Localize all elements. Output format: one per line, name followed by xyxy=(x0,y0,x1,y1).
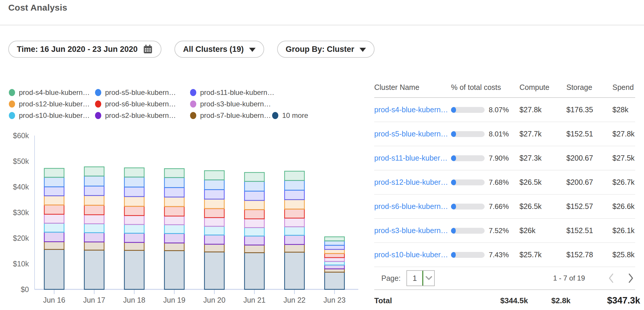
bar-segment[interactable] xyxy=(44,232,64,242)
bar-segment[interactable] xyxy=(124,197,144,206)
bar-segment[interactable] xyxy=(84,196,104,205)
bar-segment[interactable] xyxy=(205,171,224,180)
legend-item[interactable]: prod-s12-blue-kuber… xyxy=(9,100,95,108)
bar-segment[interactable] xyxy=(245,253,264,289)
bar-segment[interactable] xyxy=(84,242,104,250)
bar-segment[interactable] xyxy=(84,215,104,224)
cluster-name-link[interactable]: prod-s3-blue-kubern… xyxy=(374,226,451,235)
bar-segment[interactable] xyxy=(124,215,144,224)
legend-item[interactable]: prod-s3-blue-kubern… xyxy=(190,100,272,108)
bar-segment[interactable] xyxy=(245,191,264,200)
legend-item[interactable]: prod-s11-blue-kubern… xyxy=(190,88,272,97)
bar-segment[interactable] xyxy=(164,169,184,177)
bar-segment[interactable] xyxy=(44,223,64,232)
bar-segment[interactable] xyxy=(124,187,144,197)
bar-segment[interactable] xyxy=(325,249,344,253)
bar-segment[interactable] xyxy=(164,216,184,225)
bar-segment[interactable] xyxy=(205,190,224,199)
group-by-filter[interactable]: Group By: Cluster xyxy=(277,41,375,58)
bar-segment[interactable] xyxy=(325,241,344,245)
bar-segment[interactable] xyxy=(84,250,104,289)
bar-segment[interactable] xyxy=(164,243,184,251)
bar-segment[interactable] xyxy=(245,210,264,219)
bar-segment[interactable] xyxy=(205,244,224,252)
legend-item[interactable]: prod-s10-blue-kuber… xyxy=(9,111,95,120)
bar-segment[interactable] xyxy=(285,235,304,244)
legend-item[interactable]: 10 more xyxy=(272,111,308,120)
bar-segment[interactable] xyxy=(325,272,344,289)
bar-segment[interactable] xyxy=(164,197,184,207)
cluster-name-link[interactable]: prod-s12-blue-kuber… xyxy=(374,178,451,187)
bar-segment[interactable] xyxy=(164,188,184,197)
bar-segment[interactable] xyxy=(245,182,264,191)
legend-item[interactable]: prod-s4-blue-kubern… xyxy=(9,88,95,97)
bar-segment[interactable] xyxy=(164,178,184,188)
bar-segment[interactable] xyxy=(245,172,264,181)
bar-segment[interactable] xyxy=(44,249,64,289)
bar-segment[interactable] xyxy=(325,253,344,258)
bar-segment[interactable] xyxy=(245,219,264,228)
bar-segment[interactable] xyxy=(124,243,144,250)
bar-segment[interactable] xyxy=(245,227,264,236)
bar-segment[interactable] xyxy=(285,227,304,235)
next-page-button[interactable] xyxy=(628,273,634,283)
bar-segment[interactable] xyxy=(124,233,144,242)
bar-segment[interactable] xyxy=(205,235,224,244)
bar-segment[interactable] xyxy=(44,168,64,177)
bar-segment[interactable] xyxy=(84,167,104,176)
stacked-bar-chart[interactable]: $0$10k$20k$30k$40k$50k$60kJun 16Jun 17Ju… xyxy=(0,125,363,310)
bar-segment[interactable] xyxy=(84,176,104,186)
bar-segment[interactable] xyxy=(164,251,184,289)
bar-segment[interactable] xyxy=(124,206,144,215)
bar-segment[interactable] xyxy=(285,171,304,180)
bar-segment[interactable] xyxy=(44,205,64,214)
bar-segment[interactable] xyxy=(124,225,144,233)
bar-segment[interactable] xyxy=(205,209,224,217)
bar-segment[interactable] xyxy=(164,225,184,234)
bar-segment[interactable] xyxy=(84,233,104,242)
bar-segment[interactable] xyxy=(325,237,344,241)
bar-segment[interactable] xyxy=(205,252,224,289)
legend-item[interactable]: prod-s6-blue-kubern… xyxy=(95,100,190,108)
bar-segment[interactable] xyxy=(245,245,264,253)
bar-segment[interactable] xyxy=(285,180,304,190)
bar-segment[interactable] xyxy=(44,177,64,187)
bar-segment[interactable] xyxy=(44,196,64,205)
bar-segment[interactable] xyxy=(325,265,344,269)
cluster-name-link[interactable]: prod-s10-blue-kuber… xyxy=(374,250,451,259)
bar-segment[interactable] xyxy=(325,245,344,249)
previous-page-button[interactable] xyxy=(608,273,614,283)
bar-segment[interactable] xyxy=(285,252,304,289)
legend-item[interactable]: prod-s2-blue-kubern… xyxy=(95,111,190,120)
clusters-filter[interactable]: All Clusters (19) xyxy=(174,41,264,58)
bar-segment[interactable] xyxy=(124,168,144,177)
bar-segment[interactable] xyxy=(124,177,144,187)
cluster-name-link[interactable]: prod-s11-blue-kuber… xyxy=(374,154,451,162)
bar-segment[interactable] xyxy=(285,245,304,252)
legend-item[interactable]: prod-s5-blue-kubern… xyxy=(95,88,190,97)
bar-segment[interactable] xyxy=(205,226,224,235)
bar-segment[interactable] xyxy=(325,261,344,265)
bar-segment[interactable] xyxy=(285,190,304,199)
bar-segment[interactable] xyxy=(164,233,184,243)
page-select[interactable]: 1 xyxy=(406,270,435,286)
time-range-filter[interactable]: Time: 16 Jun 2020 - 23 Jun 2020 xyxy=(8,41,161,58)
bar-segment[interactable] xyxy=(285,209,304,218)
bar-segment[interactable] xyxy=(124,250,144,289)
bar-segment[interactable] xyxy=(285,200,304,209)
bar-segment[interactable] xyxy=(205,217,224,226)
bar-segment[interactable] xyxy=(285,218,304,227)
bar-segment[interactable] xyxy=(325,258,344,261)
legend-item[interactable]: prod-s7-blue-kubern… xyxy=(190,111,272,120)
bar-segment[interactable] xyxy=(164,207,184,216)
bar-segment[interactable] xyxy=(205,199,224,209)
cluster-name-link[interactable]: prod-s4-blue-kubern… xyxy=(374,105,451,114)
cluster-name-link[interactable]: prod-s6-blue-kubern… xyxy=(374,202,451,211)
bar-segment[interactable] xyxy=(325,269,344,272)
bar-segment[interactable] xyxy=(44,214,64,223)
bar-segment[interactable] xyxy=(205,180,224,190)
cluster-name-link[interactable]: prod-s5-blue-kubern… xyxy=(374,130,451,138)
bar-segment[interactable] xyxy=(245,236,264,245)
bar-segment[interactable] xyxy=(245,200,264,210)
bar-segment[interactable] xyxy=(84,186,104,195)
